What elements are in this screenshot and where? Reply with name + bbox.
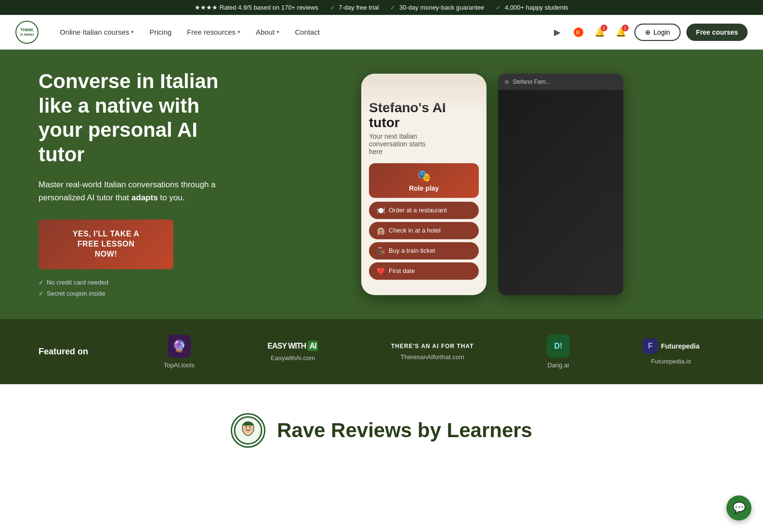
reviews-title: Rave Reviews by Learners	[277, 419, 532, 442]
nav-item-resources[interactable]: Free resources ▾	[181, 24, 246, 40]
easywith-text: EASY WITH AI	[267, 342, 318, 350]
topai-logo[interactable]: 🔮 TopAI.tools	[164, 335, 195, 369]
nav-right: ▶ R 🔔 1 🔔 1 ⊕ Login Free courses	[550, 24, 748, 41]
chevron-down-icon2: ▾	[237, 29, 240, 35]
nav-item-courses[interactable]: Online Italian courses ▾	[54, 24, 140, 40]
notification-icon2[interactable]: 🔔 1	[613, 25, 629, 40]
login-icon: ⊕	[645, 28, 651, 36]
ai-face-header: Stefano Fam...	[498, 74, 623, 90]
theresanai-text: THERE'S AN AI FOR THAT	[391, 343, 474, 350]
hero-subtitle: Master real-world Italian conversations …	[39, 178, 241, 204]
notification-badge2: 1	[622, 25, 629, 31]
hero-section: Converse in Italian like a native with y…	[0, 50, 763, 319]
featured-logos: 🔮 TopAI.tools EASY WITH AI EasywithAi.co…	[139, 335, 724, 369]
hero-text: Converse in Italian like a native with y…	[39, 69, 241, 299]
check-icon: ✓	[330, 4, 335, 11]
trial-text: ✓ 7-day free trial	[330, 4, 379, 11]
navbar: THINK in Italian Online Italian courses …	[0, 15, 763, 50]
top-banner: ★★★★ Rated 4.9/5 based on 170+ reviews ✓…	[0, 0, 763, 15]
theresanai-logo[interactable]: THERE'S AN AI FOR THAT TheresanAIforthat…	[391, 343, 474, 361]
logo[interactable]: THINK in Italian	[15, 21, 39, 44]
ai-face-mockup: Stefano Fam... 🧑 🤖 il tuo...	[498, 74, 623, 295]
heart-icon: ❤️	[377, 267, 385, 275]
svg-text:R: R	[576, 30, 579, 36]
notification-badge1: 1	[601, 25, 607, 31]
rating-text: ★★★★ Rated 4.9/5 based on 170+ reviews	[195, 4, 318, 11]
reviews-header: Rave Reviews by Learners	[39, 413, 724, 448]
hero-title: Converse in Italian like a native with y…	[39, 69, 241, 167]
svg-point-5	[250, 427, 251, 428]
reddit-icon[interactable]: R	[571, 25, 586, 40]
chevron-down-icon3: ▾	[276, 29, 279, 35]
train-option[interactable]: 🚂 Buy a train ticket	[369, 242, 479, 260]
youtube-icon[interactable]: ▶	[550, 25, 565, 40]
nav-links: Online Italian courses ▾ Pricing Free re…	[54, 24, 550, 40]
dang-icon: D!	[547, 335, 570, 358]
login-button[interactable]: ⊕ Login	[634, 24, 681, 41]
hero-images: Stefano's AItutor Your next Italianconve…	[260, 74, 724, 295]
restaurant-icon: 🍽️	[377, 207, 385, 214]
dang-logo[interactable]: D! Dang.ai	[547, 335, 570, 369]
featured-section: Featured on 🔮 TopAI.tools EASY WITH AI E…	[0, 319, 763, 384]
restaurant-option[interactable]: 🍽️ Order at a restaurant	[369, 202, 479, 219]
phone-subtitle: Your next Italianconversation startshere	[369, 132, 479, 156]
futurepedia-text: F Futurepedia	[643, 338, 699, 354]
notification-icon1[interactable]: 🔔 1	[592, 25, 607, 40]
role-play-button[interactable]: 🎭 Role play	[369, 163, 479, 198]
nav-item-about[interactable]: About ▾	[250, 24, 285, 40]
hotel-option[interactable]: 🏨 Check in at a hotel	[369, 222, 479, 239]
reviewer-avatar	[231, 413, 265, 448]
svg-point-4	[246, 427, 247, 428]
check-icon4: ✓	[39, 277, 44, 288]
dot-icon	[505, 80, 509, 84]
futurepedia-logo[interactable]: F Futurepedia Futurepedia.io	[643, 338, 699, 365]
free-courses-button[interactable]: Free courses	[686, 24, 748, 41]
role-play-icon: 🎭	[417, 169, 431, 182]
topai-icon: 🔮	[168, 335, 191, 358]
check-icon5: ✓	[39, 288, 44, 299]
nav-item-pricing[interactable]: Pricing	[144, 24, 177, 40]
easywith-logo[interactable]: EASY WITH AI EasywithAi.com	[267, 342, 318, 362]
logo-icon: THINK in Italian	[15, 21, 39, 44]
nav-item-contact[interactable]: Contact	[289, 24, 326, 40]
students-text: ✓ 4,000+ happy students	[496, 4, 568, 11]
reviews-section: Rave Reviews by Learners	[0, 384, 763, 486]
ai-face-title: Stefano Fam...	[513, 78, 551, 85]
guarantee-text: ✓ 30-day money-back guarantee	[390, 4, 484, 11]
check-icon3: ✓	[496, 4, 501, 11]
hotel-icon: 🏨	[377, 227, 385, 234]
train-icon: 🚂	[377, 247, 385, 255]
chevron-down-icon: ▾	[131, 29, 134, 35]
check-icon2: ✓	[390, 4, 395, 11]
cta-button[interactable]: YES, I'LL TAKE AFREE LESSONNOW!	[39, 220, 173, 269]
phone-mockup: Stefano's AItutor Your next Italianconve…	[361, 74, 487, 295]
first-date-option[interactable]: ❤️ First date	[369, 262, 479, 280]
featured-label: Featured on	[39, 347, 116, 357]
hero-notes: ✓No credit card needed ✓Secret coupon in…	[39, 277, 241, 299]
